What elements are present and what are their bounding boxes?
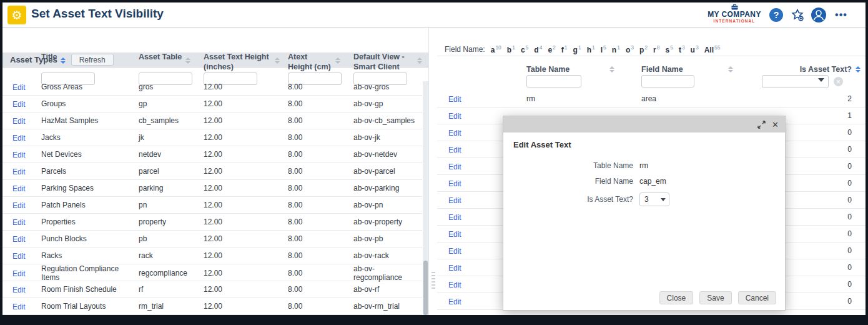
edit-link[interactable]: Edit: [12, 252, 26, 261]
sort-icon[interactable]: [417, 58, 422, 64]
edit-link[interactable]: Edit: [12, 269, 26, 278]
index-letter-link[interactable]: l5: [601, 44, 606, 54]
edit-link[interactable]: Edit: [12, 184, 26, 193]
height-inches-cell: 12.00: [204, 285, 288, 294]
splitter-grip-icon[interactable]: [432, 272, 435, 289]
index-letter-link[interactable]: d4: [534, 44, 542, 54]
default-view-cell: ab-ov-gp: [353, 99, 422, 108]
sort-icon[interactable]: [609, 66, 614, 72]
is-asset-text-filter-select[interactable]: [762, 75, 829, 88]
edit-link[interactable]: Edit: [12, 134, 26, 142]
field-name-index-label: Field Name:: [445, 45, 485, 54]
index-letter-link[interactable]: h1: [587, 44, 595, 54]
column-asset-table[interactable]: Asset Table: [139, 46, 204, 72]
chevron-down-icon: [661, 198, 666, 201]
close-button[interactable]: Close: [659, 291, 694, 304]
edit-link[interactable]: Edit: [12, 117, 26, 126]
index-letter-link[interactable]: t3: [679, 44, 685, 54]
table-row: Edit Parking Spaces parking 12.00 8.00 a…: [2, 180, 422, 197]
edit-link[interactable]: Edit: [448, 298, 461, 306]
edit-link[interactable]: Edit: [448, 179, 461, 188]
edit-link[interactable]: Edit: [448, 129, 461, 138]
sort-icon[interactable]: [61, 58, 66, 64]
index-letter-link[interactable]: e2: [548, 44, 555, 54]
index-letter-link[interactable]: All55: [704, 44, 721, 54]
edit-link[interactable]: Edit: [448, 146, 461, 154]
user-menu-button[interactable]: [811, 7, 827, 23]
logo-line1: MY COMPANY: [703, 11, 766, 19]
index-letter-link[interactable]: c5: [521, 44, 528, 54]
index-letter-link[interactable]: u3: [691, 44, 699, 54]
edit-link[interactable]: Edit: [448, 264, 461, 272]
clear-filter-icon[interactable]: ✕: [834, 77, 843, 86]
index-letter-link[interactable]: s5: [665, 44, 673, 54]
sort-icon[interactable]: [335, 58, 340, 64]
height-inches-cell: 12.00: [204, 99, 288, 108]
edit-link[interactable]: Edit: [12, 83, 26, 92]
index-letter-link[interactable]: n1: [612, 44, 620, 54]
sort-icon[interactable]: [856, 66, 861, 72]
height-inches-cell: 12.00: [204, 133, 288, 142]
edit-link[interactable]: Edit: [448, 112, 461, 121]
is-asset-text-select[interactable]: 3: [639, 192, 669, 206]
save-button[interactable]: Save: [699, 291, 731, 304]
close-icon[interactable]: ✕: [772, 121, 779, 129]
column-title[interactable]: Title: [41, 46, 139, 72]
user-avatar-icon: [811, 7, 827, 23]
index-letter-link[interactable]: b1: [507, 44, 515, 54]
edit-link[interactable]: Edit: [448, 196, 461, 205]
edit-link[interactable]: Edit: [12, 151, 26, 159]
column-table-name[interactable]: Table Name: [526, 60, 641, 74]
column-default-view[interactable]: Default View - Smart Client: [353, 46, 422, 72]
table-row: Edit Regulation Compliance Items regcomp…: [2, 264, 422, 281]
height-inches-cell: 12.00: [204, 302, 288, 311]
panel-splitter[interactable]: [428, 28, 437, 315]
index-letter-link[interactable]: p2: [639, 44, 648, 54]
expand-icon[interactable]: [757, 121, 766, 129]
index-letter-link[interactable]: r8: [653, 44, 659, 54]
scrollbar-thumb[interactable]: [423, 261, 428, 315]
edit-link[interactable]: Edit: [12, 201, 26, 210]
sort-icon[interactable]: [275, 58, 280, 64]
edit-link[interactable]: Edit: [12, 168, 26, 176]
index-letter-link[interactable]: g1: [573, 44, 581, 54]
sort-icon[interactable]: [185, 58, 190, 64]
asset-table-cell: pn: [139, 201, 204, 209]
favorites-button[interactable]: [789, 7, 806, 23]
edit-link[interactable]: Edit: [448, 213, 461, 222]
dialog-form: Table Name rm Field Name cap_em Is Asset…: [503, 161, 785, 213]
cancel-button[interactable]: Cancel: [738, 291, 776, 304]
more-options-button[interactable]: •••: [833, 7, 849, 23]
column-asset-text-height-inches[interactable]: Asset Text Height (inches): [204, 46, 288, 72]
sort-icon[interactable]: [728, 66, 733, 72]
edit-link[interactable]: Edit: [12, 235, 26, 244]
edit-link[interactable]: Edit: [12, 302, 26, 311]
help-button[interactable]: ?: [768, 7, 784, 23]
field-name-filter-input[interactable]: [641, 75, 694, 88]
height-cm-cell: 8.00: [288, 83, 353, 91]
index-letter-link[interactable]: o3: [626, 44, 634, 54]
column-atext-height-cm[interactable]: Atext Height (cm): [288, 46, 353, 72]
vertical-scrollbar[interactable]: [423, 81, 428, 315]
edit-link[interactable]: Edit: [12, 100, 26, 109]
title-cell: Net Devices: [41, 150, 139, 159]
field-name-cell: area: [641, 94, 756, 103]
title-cell: Room Trial Layouts: [41, 302, 139, 311]
edit-link[interactable]: Edit: [448, 230, 461, 239]
index-letter-link[interactable]: a10: [491, 44, 501, 54]
edit-link[interactable]: Edit: [448, 281, 461, 289]
dialog-footer: Close Save Cancel: [659, 291, 776, 304]
index-letter-link[interactable]: f1: [561, 44, 568, 54]
edit-link[interactable]: Edit: [12, 286, 26, 294]
asset-types-table-header: Title Asset Table Asset Text Height (inc…: [2, 46, 422, 72]
edit-link[interactable]: Edit: [448, 162, 461, 171]
edit-asset-text-dialog: ✕ Edit Asset Text Table Name rm Field Na…: [503, 116, 786, 311]
dialog-title-bar[interactable]: ✕: [503, 116, 785, 132]
edit-link[interactable]: Edit: [448, 95, 461, 104]
table-name-filter-input[interactable]: [526, 75, 581, 88]
edit-link[interactable]: Edit: [448, 247, 461, 256]
column-is-asset-text[interactable]: Is Asset Text?: [756, 60, 866, 74]
column-field-name[interactable]: Field Name: [641, 60, 756, 74]
edit-link[interactable]: Edit: [12, 218, 26, 227]
asset-types-table-body: Edit Gross Areas gros 12.00 8.00 ab-ov-g…: [2, 83, 422, 315]
